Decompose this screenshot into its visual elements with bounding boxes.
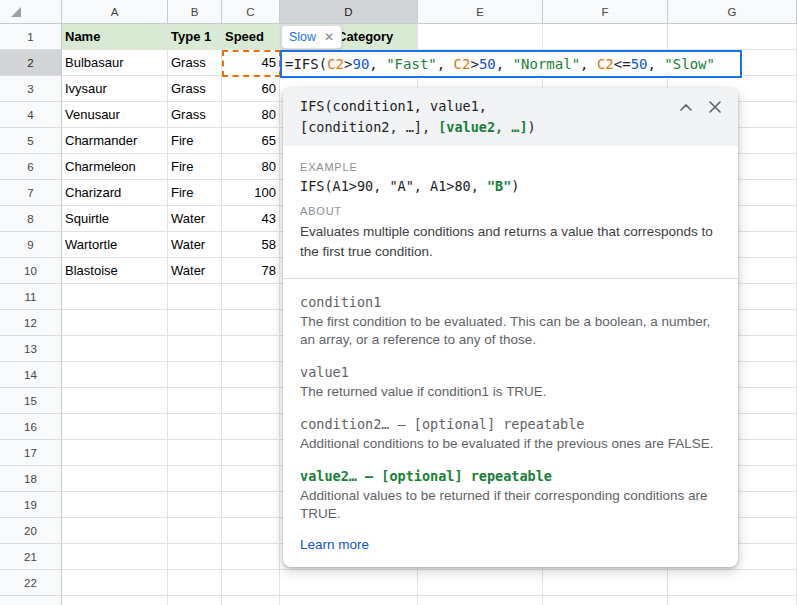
row-header-18[interactable]: 18 — [0, 466, 62, 492]
cell-B13[interactable] — [168, 336, 222, 362]
row-header-9[interactable]: 9 — [0, 232, 62, 258]
cell-A20[interactable] — [62, 518, 168, 544]
cell-C1[interactable]: Speed — [222, 24, 280, 50]
cell-B12[interactable] — [168, 310, 222, 336]
cell-E23[interactable] — [418, 596, 543, 605]
cell-B15[interactable] — [168, 388, 222, 414]
cell-C6[interactable]: 80 — [222, 154, 280, 180]
cell-B11[interactable] — [168, 284, 222, 310]
column-header-C[interactable]: C — [222, 0, 280, 24]
cell-A17[interactable] — [62, 440, 168, 466]
column-header-D[interactable]: D — [280, 0, 418, 24]
row-header-6[interactable]: 6 — [0, 154, 62, 180]
cell-C9[interactable]: 58 — [222, 232, 280, 258]
row-header-5[interactable]: 5 — [0, 128, 62, 154]
cell-A6[interactable]: Charmeleon — [62, 154, 168, 180]
cell-C14[interactable] — [222, 362, 280, 388]
row-header-1[interactable]: 1 — [0, 24, 62, 50]
cell-C12[interactable] — [222, 310, 280, 336]
cell-C3[interactable]: 60 — [222, 76, 280, 102]
cell-C7[interactable]: 100 — [222, 180, 280, 206]
cell-A10[interactable]: Blastoise — [62, 258, 168, 284]
cell-G22[interactable] — [668, 570, 797, 596]
cell-B20[interactable] — [168, 518, 222, 544]
cell-A2[interactable]: Bulbasaur — [62, 50, 168, 76]
row-header-10[interactable]: 10 — [0, 258, 62, 284]
column-header-F[interactable]: F — [543, 0, 668, 24]
cell-C2[interactable]: 45 — [222, 50, 280, 76]
cell-C22[interactable] — [222, 570, 280, 596]
cell-C17[interactable] — [222, 440, 280, 466]
cell-A18[interactable] — [62, 466, 168, 492]
cell-B8[interactable]: Water — [168, 206, 222, 232]
cell-A12[interactable] — [62, 310, 168, 336]
cell-G1[interactable] — [668, 24, 797, 50]
row-header-7[interactable]: 7 — [0, 180, 62, 206]
cell-C20[interactable] — [222, 518, 280, 544]
row-header-20[interactable]: 20 — [0, 518, 62, 544]
close-icon[interactable] — [709, 101, 721, 113]
cell-B16[interactable] — [168, 414, 222, 440]
cell-C21[interactable] — [222, 544, 280, 570]
cell-C11[interactable] — [222, 284, 280, 310]
collapse-icon[interactable] — [680, 104, 692, 111]
cell-C5[interactable]: 65 — [222, 128, 280, 154]
column-header-G[interactable]: G — [668, 0, 797, 24]
cell-F1[interactable] — [543, 24, 668, 50]
cell-C16[interactable] — [222, 414, 280, 440]
cell-E22[interactable] — [418, 570, 543, 596]
cell-A15[interactable] — [62, 388, 168, 414]
cell-C15[interactable] — [222, 388, 280, 414]
cell-C4[interactable]: 80 — [222, 102, 280, 128]
cell-A8[interactable]: Squirtle — [62, 206, 168, 232]
cell-G23[interactable] — [668, 596, 797, 605]
cell-B3[interactable]: Grass — [168, 76, 222, 102]
cell-F23[interactable] — [543, 596, 668, 605]
cell-A11[interactable] — [62, 284, 168, 310]
row-header-21[interactable]: 21 — [0, 544, 62, 570]
cell-B22[interactable] — [168, 570, 222, 596]
cell-A13[interactable] — [62, 336, 168, 362]
cell-B6[interactable]: Fire — [168, 154, 222, 180]
cell-A19[interactable] — [62, 492, 168, 518]
column-header-B[interactable]: B — [168, 0, 222, 24]
cell-C23[interactable] — [222, 596, 280, 605]
row-header-12[interactable]: 12 — [0, 310, 62, 336]
cell-C13[interactable] — [222, 336, 280, 362]
row-header-15[interactable]: 15 — [0, 388, 62, 414]
cell-A14[interactable] — [62, 362, 168, 388]
row-header-13[interactable]: 13 — [0, 336, 62, 362]
cell-C8[interactable]: 43 — [222, 206, 280, 232]
cell-B21[interactable] — [168, 544, 222, 570]
cell-A16[interactable] — [62, 414, 168, 440]
cell-B10[interactable]: Water — [168, 258, 222, 284]
cell-B14[interactable] — [168, 362, 222, 388]
cell-A22[interactable] — [62, 570, 168, 596]
cell-A1[interactable]: Name — [62, 24, 168, 50]
row-header-23[interactable] — [0, 596, 62, 605]
cell-E1[interactable] — [418, 24, 543, 50]
cell-A7[interactable]: Charizard — [62, 180, 168, 206]
cell-F22[interactable] — [543, 570, 668, 596]
row-header-8[interactable]: 8 — [0, 206, 62, 232]
column-header-E[interactable]: E — [418, 0, 543, 24]
formula-editor[interactable]: =IFS(C2>90, "Fast", C2>50, "Normal", C2<… — [280, 50, 742, 78]
row-header-19[interactable]: 19 — [0, 492, 62, 518]
close-icon[interactable]: ✕ — [324, 30, 334, 44]
cell-C18[interactable] — [222, 466, 280, 492]
row-header-16[interactable]: 16 — [0, 414, 62, 440]
row-header-17[interactable]: 17 — [0, 440, 62, 466]
cell-B7[interactable]: Fire — [168, 180, 222, 206]
cell-A3[interactable]: Ivysaur — [62, 76, 168, 102]
cell-A23[interactable] — [62, 596, 168, 605]
cell-B18[interactable] — [168, 466, 222, 492]
row-header-22[interactable]: 22 — [0, 570, 62, 596]
row-header-11[interactable]: 11 — [0, 284, 62, 310]
cell-B17[interactable] — [168, 440, 222, 466]
cell-C10[interactable]: 78 — [222, 258, 280, 284]
cell-B5[interactable]: Fire — [168, 128, 222, 154]
row-header-14[interactable]: 14 — [0, 362, 62, 388]
cell-A9[interactable]: Wartortle — [62, 232, 168, 258]
cell-A4[interactable]: Venusaur — [62, 102, 168, 128]
row-header-4[interactable]: 4 — [0, 102, 62, 128]
